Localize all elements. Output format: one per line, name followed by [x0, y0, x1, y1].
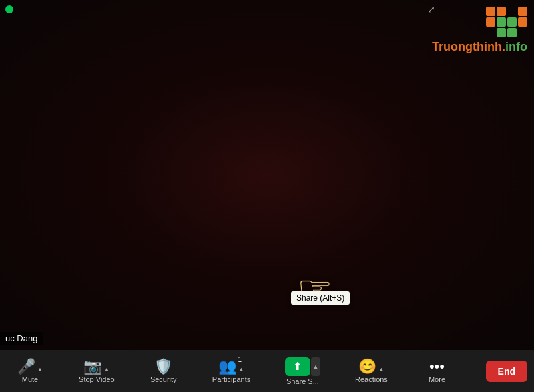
reactions-chevron[interactable]: ▲	[378, 366, 384, 373]
participants-button[interactable]: 👥1 ▲ Participants	[206, 357, 257, 386]
video-area: ⤢ Truongthinh.info ☞ uc Dang Share (Alt+…	[0, 0, 534, 350]
participants-chevron[interactable]: ▲	[238, 366, 244, 373]
share-tooltip: Share (Alt+S)	[291, 291, 350, 305]
toolbar: 🎤 ▲ Mute 📷 ▲ Stop Video 🛡️ Security 👥1 ▲…	[0, 350, 534, 392]
watermark: Truongthinh.info	[432, 7, 527, 54]
reactions-icon: 😊	[358, 359, 376, 374]
watermark-info: info	[505, 40, 527, 53]
mute-button[interactable]: 🎤 ▲ Mute	[7, 357, 53, 386]
mute-chevron[interactable]: ▲	[37, 366, 43, 373]
logo-grid	[486, 7, 527, 37]
participants-icon: 👥1	[218, 359, 236, 374]
logo-cell	[507, 28, 517, 37]
more-icon: •••	[429, 359, 445, 374]
logo-cell	[497, 7, 506, 16]
reactions-button[interactable]: 😊 ▲ Reactions	[348, 357, 394, 386]
logo-cell	[507, 7, 517, 16]
security-button[interactable]: 🛡️ Security	[140, 357, 187, 386]
microphone-icon: 🎤	[17, 359, 35, 374]
share-screen-main[interactable]: ⬆	[285, 357, 310, 376]
stop-video-label: Stop Video	[79, 375, 115, 383]
logo-cell	[518, 28, 527, 37]
participants-count-badge: 1	[238, 357, 242, 363]
logo-cell	[497, 17, 506, 27]
video-chevron[interactable]: ▲	[103, 366, 109, 373]
logo-cell	[507, 17, 517, 27]
logo-cell	[497, 28, 506, 37]
camera-icon: 📷	[83, 359, 101, 374]
reactions-label: Reactions	[355, 375, 388, 383]
shield-icon: 🛡️	[154, 359, 172, 374]
logo-cell	[518, 17, 527, 27]
logo-cell	[486, 17, 495, 27]
participants-label: Participants	[212, 375, 250, 383]
more-button[interactable]: ••• More	[413, 357, 460, 386]
logo-cell	[486, 28, 495, 37]
logo-cell	[486, 7, 495, 16]
end-meeting-button[interactable]: End	[486, 361, 527, 382]
share-screen-label: Share S...	[286, 377, 319, 385]
mute-label: Mute	[22, 375, 38, 383]
security-label: Security	[150, 375, 177, 383]
watermark-text: Truongthinh.info	[432, 40, 527, 54]
stop-video-button[interactable]: 📷 ▲ Stop Video	[72, 357, 121, 386]
share-screen-button[interactable]: ⬆ ▲ Share S...	[276, 355, 329, 388]
more-label: More	[429, 375, 445, 383]
share-chevron[interactable]: ▲	[311, 357, 320, 376]
watermark-truong: Truongthinh	[432, 40, 502, 53]
share-arrow-icon: ⬆	[293, 360, 302, 373]
participant-name-label: uc Dang	[0, 332, 43, 345]
recording-indicator	[5, 5, 13, 13]
logo-cell	[518, 7, 527, 16]
